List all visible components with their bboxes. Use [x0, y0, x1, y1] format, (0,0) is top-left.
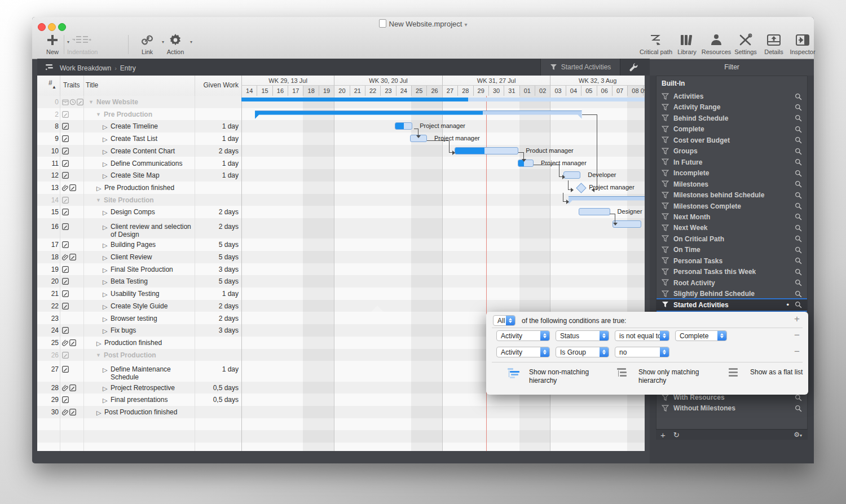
expand-triangle-icon[interactable]: ▷ — [103, 316, 107, 323]
task-title[interactable]: Post Production — [104, 351, 195, 359]
column-divider[interactable] — [60, 76, 60, 96]
expand-triangle-icon[interactable]: ▷ — [96, 340, 101, 347]
column-header-traits[interactable]: Traits — [63, 81, 80, 89]
task-title[interactable]: Client review and selection of Design — [111, 223, 195, 238]
expand-triangle-icon[interactable]: ▷ — [103, 123, 107, 131]
task-title[interactable]: Production finished — [104, 339, 195, 347]
task-title[interactable]: Client Review — [111, 253, 195, 261]
task-title[interactable]: Create Style Guide — [111, 302, 195, 310]
expand-triangle-icon[interactable]: ▷ — [103, 224, 107, 231]
search-icon[interactable] — [795, 158, 802, 166]
search-icon[interactable] — [795, 301, 802, 308]
task-title[interactable]: Create Timeline — [111, 122, 195, 130]
condition-select[interactable]: Activity — [496, 347, 550, 357]
filter-item-on-time[interactable]: On Time — [656, 244, 807, 255]
toolbar-button-new[interactable]: New — [38, 33, 67, 55]
toolbar-button-action[interactable]: Action — [161, 33, 190, 55]
search-icon[interactable] — [795, 202, 802, 210]
column-header-given-work[interactable]: Given Work — [193, 81, 239, 89]
filter-item-cost-over-budget[interactable]: Cost over Budget — [656, 135, 807, 146]
expand-triangle-icon[interactable]: ▷ — [103, 303, 107, 311]
task-title[interactable]: Final Site Production — [111, 266, 195, 273]
summary-bar[interactable] — [241, 98, 645, 101]
filter-item-next-month[interactable]: Next Month — [656, 211, 807, 223]
search-icon[interactable] — [795, 235, 802, 242]
active-filter-tab[interactable]: Started Activities — [540, 59, 620, 76]
match-mode-select[interactable]: All — [493, 315, 515, 326]
toolbar-button-link[interactable]: Link — [133, 33, 162, 55]
task-title[interactable]: Define Communications — [111, 160, 195, 167]
filter-item-personal-tasks[interactable]: Personal Tasks — [656, 255, 807, 267]
task-title[interactable]: Beta Testing — [111, 277, 195, 285]
task-title[interactable]: Final presentations — [111, 396, 195, 404]
task-title[interactable]: Pre Production — [104, 110, 195, 118]
search-icon[interactable] — [795, 126, 802, 133]
task-title[interactable]: Browser testing — [111, 315, 195, 322]
search-icon[interactable] — [795, 136, 802, 144]
expand-triangle-icon[interactable]: ▷ — [103, 173, 107, 180]
expand-triangle-icon[interactable]: ▷ — [103, 366, 107, 374]
filter-item-behind-schedule[interactable]: Behind Schedule — [656, 113, 807, 124]
search-icon[interactable] — [795, 224, 802, 232]
filter-item-started-activities[interactable]: Started Activities• — [656, 298, 807, 312]
refresh-icon[interactable]: ↻ — [673, 431, 680, 439]
expand-triangle-icon[interactable]: ▷ — [103, 328, 107, 335]
column-header-title[interactable]: Title — [86, 81, 98, 89]
condition-select[interactable]: is not equal to — [615, 330, 669, 341]
task-bar[interactable] — [579, 208, 610, 215]
search-icon[interactable] — [795, 405, 802, 412]
filter-item-on-critical-path[interactable]: On Critical Path — [656, 233, 807, 245]
gear-menu-button[interactable]: ⚙▾ — [794, 431, 802, 439]
filter-item-in-future[interactable]: In Future — [656, 157, 807, 168]
expand-triangle-icon[interactable]: ▷ — [96, 409, 101, 417]
option-hierarchy-blue[interactable]: Show non-matching hierarchy — [508, 368, 600, 385]
toolbar-button-indentation[interactable]: Indentation — [67, 33, 96, 55]
collapse-triangle-icon[interactable]: ▼ — [89, 99, 94, 105]
task-title[interactable]: Fix bugs — [111, 326, 195, 334]
search-icon[interactable] — [795, 246, 802, 254]
search-icon[interactable] — [795, 192, 802, 199]
task-title[interactable]: Site Production — [104, 196, 195, 204]
search-icon[interactable] — [795, 279, 802, 286]
search-icon[interactable] — [795, 180, 802, 188]
task-title[interactable]: Project Retrospective — [111, 384, 195, 392]
filter-item-incomplete[interactable]: Incomplete — [656, 167, 807, 179]
filter-item-groups[interactable]: Groups — [656, 145, 807, 157]
expand-triangle-icon[interactable]: ▷ — [103, 267, 107, 274]
task-title[interactable]: Create Site Map — [111, 171, 195, 179]
filter-item-without-milestones[interactable]: Without Milestones — [656, 403, 807, 414]
task-bar[interactable] — [563, 171, 580, 179]
breadcrumb-work-breakdown[interactable]: Work Breakdown — [60, 64, 111, 72]
filter-item-activities[interactable]: Activities — [656, 91, 807, 102]
collapse-triangle-icon[interactable]: ▼ — [96, 197, 101, 203]
task-title[interactable]: Create Tast List — [111, 135, 195, 143]
condition-select[interactable]: Complete — [675, 330, 727, 341]
filter-item-next-week[interactable]: Next Week — [656, 222, 807, 233]
task-title[interactable]: Pre Production finished — [104, 184, 195, 192]
filter-item-complete[interactable]: Complete — [656, 123, 807, 135]
expand-triangle-icon[interactable]: ▷ — [103, 254, 107, 262]
expand-triangle-icon[interactable]: ▷ — [103, 136, 107, 143]
search-icon[interactable] — [795, 114, 802, 122]
add-filter-button[interactable]: + — [660, 430, 666, 440]
task-bar[interactable] — [395, 122, 412, 130]
search-icon[interactable] — [795, 148, 802, 155]
chevron-down-icon[interactable]: ▾ — [464, 21, 467, 28]
filter-item-activity-range[interactable]: Activity Range — [656, 101, 807, 113]
task-title[interactable]: Usability Testing — [111, 290, 195, 298]
remove-condition-button[interactable]: − — [794, 346, 800, 357]
condition-select[interactable]: Is Group — [556, 347, 609, 357]
filter-item-root-activity[interactable]: Root Activity — [656, 277, 807, 289]
task-title[interactable]: Create Content Chart — [111, 147, 195, 155]
search-icon[interactable] — [795, 257, 802, 264]
column-divider[interactable] — [83, 76, 84, 96]
expand-triangle-icon[interactable]: ▷ — [103, 278, 107, 286]
filter-item-milestones[interactable]: Milestones — [656, 179, 807, 190]
condition-select[interactable]: no — [615, 347, 669, 357]
remove-condition-button[interactable]: − — [794, 330, 800, 341]
filter-item-milestones-complete[interactable]: Milestones Complete — [656, 201, 807, 212]
wrench-icon[interactable] — [628, 62, 638, 74]
expand-triangle-icon[interactable]: ▷ — [103, 397, 107, 404]
toolbar-button-inspector[interactable]: Inspector — [782, 33, 823, 55]
task-title[interactable]: Design Comps — [111, 208, 195, 216]
